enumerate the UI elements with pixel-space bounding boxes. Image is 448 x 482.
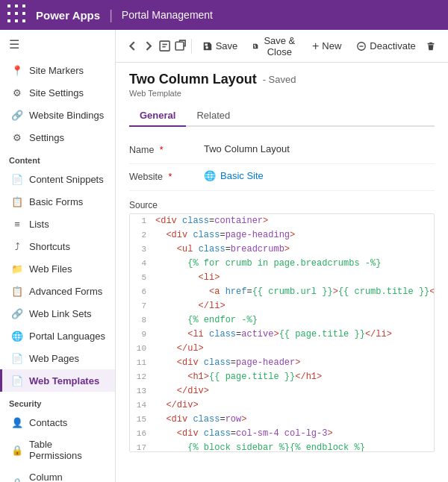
sidebar-item-label: Web Files	[29, 263, 72, 275]
sidebar-item-label: Advanced Forms	[29, 286, 102, 297]
sidebar-item-table-permissions[interactable]: 🔒 Table Permissions	[0, 434, 115, 466]
website-required: *	[168, 172, 172, 182]
line-content: <a href={{ crumb.url }}>{{ crumb.title }…	[152, 285, 435, 299]
sidebar-item-website-bindings[interactable]: 🔗 Website Bindings	[0, 104, 115, 126]
site-settings-icon: ⚙	[11, 87, 23, 98]
sidebar-item-portal-languages[interactable]: 🌐 Portal Languages	[0, 325, 115, 347]
website-link[interactable]: Basic Site	[220, 170, 264, 181]
content-area: Save Save & Close + New Deactivate Two C…	[116, 30, 448, 482]
line-number: 3	[130, 242, 152, 257]
page-title: Two Column Layout	[129, 72, 257, 87]
hamburger-menu[interactable]: ☰	[0, 30, 115, 59]
app-name: Power Apps	[36, 9, 100, 22]
sidebar-item-web-link-sets[interactable]: 🔗 Web Link Sets	[0, 302, 115, 325]
save-close-button[interactable]: Save & Close	[246, 32, 303, 60]
sidebar-item-label: Contacts	[29, 417, 67, 428]
web-link-sets-icon: 🔗	[11, 307, 23, 319]
sidebar-item-web-templates[interactable]: 📄 Web Templates	[0, 369, 115, 392]
sidebar-item-web-files[interactable]: 📁 Web Files	[0, 257, 115, 280]
sidebar-item-label: Shortcuts	[29, 241, 70, 252]
view-record-button[interactable]	[158, 36, 171, 57]
line-content: {% endfor -%}	[152, 313, 258, 328]
column-permissions-icon: 🔒	[11, 477, 23, 482]
source-code-block[interactable]: 1<div class=container>2 <div class=page-…	[129, 213, 435, 452]
lists-icon: ≡	[11, 218, 23, 230]
code-line: 10 </ul>	[130, 342, 434, 356]
delete-button[interactable]	[425, 36, 438, 57]
shortcuts-icon: ⤴	[11, 240, 23, 252]
sidebar-item-column-permissions[interactable]: 🔒 Column Permissio...	[0, 466, 115, 482]
line-number: 8	[130, 313, 152, 328]
sidebar-item-site-settings[interactable]: ⚙ Site Settings	[0, 81, 115, 104]
tab-general[interactable]: General	[129, 105, 186, 127]
sidebar-item-web-pages[interactable]: 📄 Web Pages	[0, 347, 115, 369]
website-label: Website *	[129, 170, 204, 182]
deactivate-button[interactable]: Deactivate	[350, 37, 421, 54]
sidebar-item-lists[interactable]: ≡ Lists	[0, 213, 115, 235]
app-launcher-icon[interactable]	[7, 4, 28, 25]
code-line: 17 {% block sidebar %}{% endblock %}	[130, 441, 434, 452]
sidebar-item-label: Web Pages	[29, 353, 79, 364]
line-number: 6	[130, 285, 152, 299]
code-line: 16 <div class=col-sm-4 col-lg-3>	[130, 427, 434, 441]
line-number: 12	[130, 370, 152, 384]
content-section-label: Content	[0, 148, 115, 168]
line-content: <div class=col-sm-4 col-lg-3>	[152, 427, 333, 441]
line-content: <div class=row>	[152, 413, 246, 427]
name-label: Name *	[129, 143, 204, 155]
line-content: <div class=page-heading>	[152, 228, 295, 242]
code-line: 9 <li class=active>{{ page.title }}</li>	[130, 328, 434, 342]
sidebar-item-label: Web Link Sets	[29, 308, 92, 319]
sidebar-item-content-snippets[interactable]: 📄 Content Snippets	[0, 168, 115, 190]
page-subtitle: Web Template	[129, 89, 435, 98]
sidebar-item-label: Table Permissions	[29, 439, 106, 461]
website-bindings-icon: 🔗	[11, 109, 23, 121]
portal-languages-icon: 🌐	[11, 330, 23, 342]
content-snippets-icon: 📄	[11, 173, 23, 185]
security-section-label: Security	[0, 392, 115, 411]
toolbar: Save Save & Close + New Deactivate	[116, 30, 448, 63]
line-content: </div>	[152, 384, 209, 398]
sidebar-item-label: Settings	[29, 132, 64, 143]
sidebar-item-basic-forms[interactable]: 📋 Basic Forms	[0, 190, 115, 213]
settings-icon: ⚙	[11, 131, 23, 143]
basic-forms-icon: 📋	[11, 195, 23, 207]
sidebar-item-label: Content Snippets	[29, 174, 104, 185]
code-line: 11 <div class=page-header>	[130, 356, 434, 370]
line-content: <li class=active>{{ page.title }}</li>	[152, 328, 392, 342]
main-layout: ☰ 📍 Site Markers ⚙ Site Settings 🔗 Websi…	[0, 30, 448, 482]
back-button[interactable]	[126, 36, 139, 57]
line-number: 15	[130, 413, 152, 427]
line-number: 10	[130, 342, 152, 356]
sidebar-item-label: Site Markers	[29, 65, 84, 76]
name-required: *	[160, 145, 164, 155]
save-button[interactable]: Save	[196, 37, 244, 54]
line-number: 14	[130, 398, 152, 413]
line-content: <div class=page-header>	[152, 356, 300, 370]
sidebar-item-site-markers[interactable]: 📍 Site Markers	[0, 59, 115, 81]
sidebar-item-settings[interactable]: ⚙ Settings	[0, 126, 115, 148]
site-markers-icon: 📍	[11, 64, 23, 76]
sidebar-item-shortcuts[interactable]: ⤴ Shortcuts	[0, 235, 115, 257]
code-line: 15 <div class=row>	[130, 413, 434, 427]
line-content: <ul class=breadcrumb>	[152, 242, 290, 257]
line-number: 13	[130, 384, 152, 398]
open-form-button[interactable]	[174, 36, 187, 57]
forward-button[interactable]	[142, 36, 155, 57]
sidebar-item-advanced-forms[interactable]: 📋 Advanced Forms	[0, 280, 115, 302]
name-value: Two Column Layout	[204, 143, 290, 154]
topnav: Power Apps | Portal Management	[0, 0, 448, 30]
tab-related[interactable]: Related	[186, 105, 240, 127]
table-permissions-icon: 🔒	[11, 444, 23, 456]
code-line: 13 </div>	[130, 384, 434, 398]
module-name: Portal Management	[122, 9, 213, 21]
nav-separator: |	[109, 7, 113, 23]
source-label: Source	[129, 200, 435, 210]
contacts-icon: 👤	[11, 416, 23, 428]
web-pages-icon: 📄	[11, 352, 23, 364]
sidebar-item-contacts[interactable]: 👤 Contacts	[0, 411, 115, 434]
sidebar-item-label: Column Permissio...	[29, 472, 106, 482]
line-content: <li>	[152, 271, 220, 285]
new-button[interactable]: + New	[306, 37, 347, 56]
code-line: 14 </div>	[130, 398, 434, 413]
